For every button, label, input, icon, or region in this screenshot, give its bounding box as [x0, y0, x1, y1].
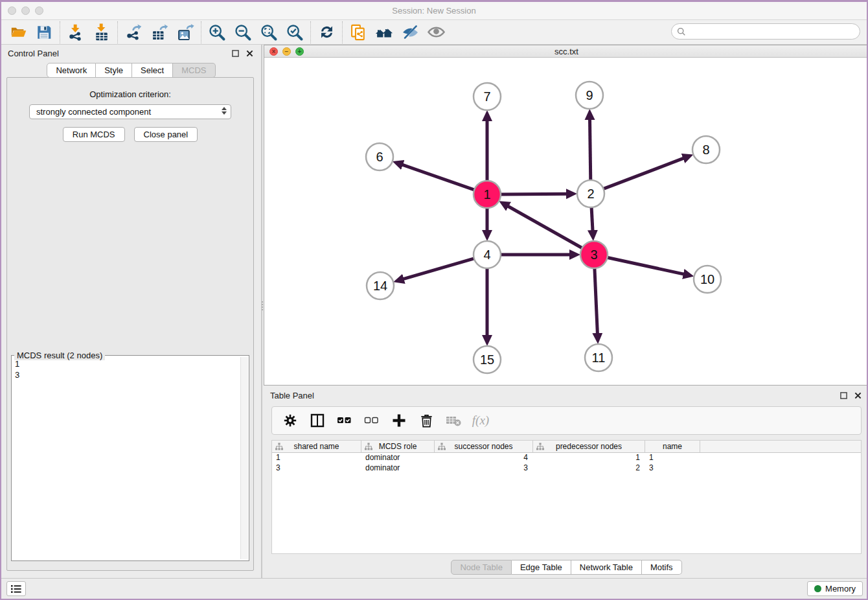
open-folder-icon[interactable]	[5, 21, 31, 43]
import-table-icon[interactable]	[89, 21, 115, 43]
node-11[interactable]: 11	[585, 344, 612, 371]
function-builder-icon[interactable]: f(x)	[469, 409, 492, 432]
show-all-icon[interactable]	[423, 21, 449, 43]
float-panel-icon[interactable]	[230, 48, 240, 58]
node-8[interactable]: 8	[692, 136, 720, 163]
edge-3-11[interactable]	[595, 267, 598, 334]
node-9[interactable]: 9	[576, 82, 603, 109]
save-icon[interactable]	[31, 21, 57, 43]
tab-network[interactable]: Network	[47, 63, 96, 78]
hide-selected-icon[interactable]	[397, 21, 423, 43]
close-table-panel-icon[interactable]	[852, 390, 863, 400]
delete-column-icon[interactable]	[415, 409, 438, 432]
cell-predecessor-nodes[interactable]: 2	[533, 463, 645, 474]
column-header-predecessor-nodes[interactable]: predecessor nodes	[533, 441, 645, 452]
tab-style[interactable]: Style	[96, 63, 132, 78]
table-row[interactable]: 3dominator323	[272, 463, 861, 474]
edge-1-2[interactable]	[499, 194, 567, 194]
toolbar-separator	[310, 21, 311, 43]
task-history-button[interactable]	[6, 581, 26, 596]
mcds-result-text[interactable]: 13	[13, 357, 240, 559]
export-image-icon[interactable]	[172, 21, 198, 43]
node-1[interactable]: 1	[474, 181, 501, 208]
node-6[interactable]: 6	[366, 143, 393, 170]
cell-name[interactable]: 1	[645, 453, 700, 463]
memory-button[interactable]: Memory	[807, 581, 863, 596]
network-window-titlebar[interactable]: × − + scc.txt	[264, 45, 868, 58]
first-neighbors-icon[interactable]	[371, 21, 397, 43]
close-panel-button[interactable]: Close panel	[134, 127, 198, 142]
column-type-icon	[438, 443, 446, 450]
search-field[interactable]	[671, 23, 860, 40]
tab-node-table[interactable]: Node Table	[451, 560, 512, 575]
edge-2-3[interactable]	[591, 206, 593, 231]
column-type-icon	[365, 443, 372, 450]
settings-gear-icon[interactable]	[279, 409, 302, 432]
zoom-fit-icon[interactable]	[256, 21, 282, 43]
tab-motifs[interactable]: Motifs	[642, 560, 682, 575]
edge-1-6[interactable]	[402, 165, 475, 190]
import-network-icon[interactable]	[63, 21, 89, 43]
table-body: 1dominator4113dominator323	[272, 453, 861, 474]
node-4[interactable]: 4	[474, 241, 501, 268]
cell-successor-nodes[interactable]: 3	[435, 463, 533, 474]
svg-text:4: 4	[483, 248, 490, 262]
memory-label: Memory	[825, 584, 856, 594]
select-all-checks-icon[interactable]	[333, 409, 356, 432]
export-network-icon[interactable]	[120, 21, 146, 43]
delete-table-icon[interactable]	[442, 409, 465, 432]
node-10[interactable]: 10	[694, 266, 721, 293]
network-canvas[interactable]: 7968124314101511	[264, 58, 868, 385]
tab-edge-table[interactable]: Edge Table	[512, 560, 571, 575]
deselect-all-checks-icon[interactable]	[360, 409, 383, 432]
cell-name[interactable]: 3	[645, 463, 700, 474]
cell-MCDS-role[interactable]: dominator	[361, 463, 435, 474]
edge-2-8[interactable]	[602, 158, 684, 189]
node-14[interactable]: 14	[367, 272, 394, 299]
column-header-MCDS-role[interactable]: MCDS role	[361, 441, 435, 452]
edge-2-9[interactable]	[590, 119, 591, 181]
toggle-panes-icon[interactable]	[306, 409, 329, 432]
node-2[interactable]: 2	[577, 180, 604, 207]
svg-text:7: 7	[483, 89, 490, 104]
toolbar-separator	[117, 21, 118, 43]
criterion-select[interactable]: strongly connected component	[29, 104, 231, 119]
node-3[interactable]: 3	[580, 241, 608, 268]
tab-network-table[interactable]: Network Table	[571, 560, 642, 575]
cell-MCDS-role[interactable]: dominator	[361, 453, 435, 463]
svg-text:8: 8	[702, 143, 709, 157]
table-row[interactable]: 1dominator411	[272, 453, 861, 463]
tab-select[interactable]: Select	[132, 63, 173, 78]
node-15[interactable]: 15	[474, 346, 501, 373]
zoom-out-icon[interactable]	[230, 21, 256, 43]
edge-3-10[interactable]	[606, 257, 684, 274]
export-table-icon[interactable]	[146, 21, 172, 43]
cell-predecessor-nodes[interactable]: 1	[533, 453, 645, 463]
cell-shared-name[interactable]: 3	[272, 463, 361, 474]
float-table-panel-icon[interactable]	[838, 390, 849, 400]
node-7[interactable]: 7	[474, 83, 501, 110]
column-type-icon	[275, 443, 283, 450]
edge-3-1[interactable]	[508, 206, 583, 249]
network-graph[interactable]: 7968124314101511	[264, 58, 868, 385]
zoom-in-icon[interactable]	[204, 21, 230, 43]
close-panel-icon[interactable]	[244, 48, 255, 58]
new-network-from-selection-icon[interactable]	[345, 21, 371, 43]
zoom-selected-icon[interactable]	[282, 21, 308, 43]
toolbar-separator	[60, 21, 60, 43]
run-mcds-button[interactable]: Run MCDS	[63, 127, 125, 142]
edge-4-14[interactable]	[404, 258, 475, 279]
column-header-name[interactable]: name	[645, 441, 700, 452]
add-column-icon[interactable]	[387, 409, 411, 432]
tab-mcds[interactable]: MCDS	[173, 63, 215, 78]
search-input[interactable]	[689, 27, 860, 36]
toolbar-separator	[342, 21, 343, 43]
cell-successor-nodes[interactable]: 4	[435, 453, 533, 463]
column-header-successor-nodes[interactable]: successor nodes	[435, 441, 533, 452]
column-header-shared-name[interactable]: shared name	[272, 441, 361, 452]
result-scrollbar[interactable]	[240, 357, 248, 559]
table-panel: Table Panel f(x)	[264, 387, 868, 580]
refresh-icon[interactable]	[314, 21, 339, 43]
cell-shared-name[interactable]: 1	[272, 453, 361, 463]
svg-text:2: 2	[587, 187, 594, 201]
